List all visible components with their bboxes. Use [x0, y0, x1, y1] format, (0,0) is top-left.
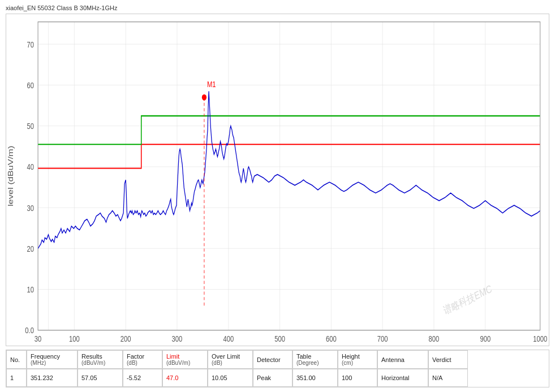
td-no: 1: [6, 369, 27, 387]
svg-text:60: 60: [27, 80, 33, 90]
th-antenna: Antenna: [377, 350, 428, 369]
svg-text:30: 30: [35, 334, 41, 344]
svg-text:900: 900: [480, 334, 491, 344]
th-results: Results (dBuV/m): [78, 350, 123, 369]
svg-text:100: 100: [69, 334, 80, 344]
td-factor: -5.52: [123, 369, 162, 387]
th-frequency: Frequency (MHz): [27, 350, 78, 369]
td-verdict: N/A: [428, 369, 468, 387]
svg-text:500: 500: [274, 334, 285, 344]
svg-text:50: 50: [27, 121, 33, 131]
svg-text:400: 400: [223, 334, 234, 344]
td-results: 57.05: [78, 369, 123, 387]
svg-text:1000: 1000: [533, 334, 547, 344]
svg-text:Frequency (MHz): Frequency (MHz): [263, 345, 316, 346]
svg-text:200: 200: [121, 334, 131, 344]
td-over-limit: 10.05: [208, 369, 253, 387]
th-over-limit: Over Limit (dB): [208, 350, 253, 369]
svg-text:300: 300: [172, 334, 183, 344]
chart-area: 70 60 50 40 30 20 10 0.0 30 100 200 300 …: [6, 14, 549, 346]
td-frequency: 351.232: [27, 369, 78, 387]
svg-text:70: 70: [27, 40, 33, 49]
th-table: Table (Degree): [292, 350, 338, 369]
td-height: 100: [338, 369, 377, 387]
td-antenna: Horizontal: [377, 369, 428, 387]
marker-m1-label: M1: [207, 80, 216, 89]
td-table: 351.00: [292, 369, 338, 387]
th-limit: Limit (dBuV/m): [162, 350, 208, 369]
td-limit: 47.0: [162, 369, 208, 387]
svg-text:0.0: 0.0: [25, 326, 34, 335]
svg-text:600: 600: [326, 334, 337, 344]
table-row: 1 351.232 57.05 -5.52 47.0 10.05 Peak 35…: [6, 369, 549, 387]
spectrum-chart: 70 60 50 40 30 20 10 0.0 30 100 200 300 …: [6, 14, 549, 346]
th-no: No.: [6, 350, 27, 369]
chart-title: xiaofei_EN 55032 Class B 30MHz-1GHz: [6, 5, 549, 11]
main-container: xiaofei_EN 55032 Class B 30MHz-1GHz: [0, 0, 555, 392]
svg-text:700: 700: [377, 334, 388, 344]
svg-text:level (dBuV/m): level (dBuV/m): [7, 146, 15, 206]
svg-text:20: 20: [27, 244, 33, 253]
th-height: Height (cm): [338, 350, 377, 369]
td-detector: Peak: [253, 369, 292, 387]
svg-text:800: 800: [429, 334, 440, 344]
results-table: No. Frequency (MHz) Results (dBuV/m) Fac…: [6, 350, 549, 387]
svg-text:40: 40: [27, 162, 33, 172]
th-verdict: Verdict: [428, 350, 468, 369]
table-header: No. Frequency (MHz) Results (dBuV/m) Fac…: [6, 350, 549, 369]
th-detector: Detector: [253, 350, 292, 369]
th-factor: Factor (dB): [123, 350, 162, 369]
svg-text:10: 10: [27, 285, 33, 294]
svg-text:30: 30: [27, 203, 33, 213]
